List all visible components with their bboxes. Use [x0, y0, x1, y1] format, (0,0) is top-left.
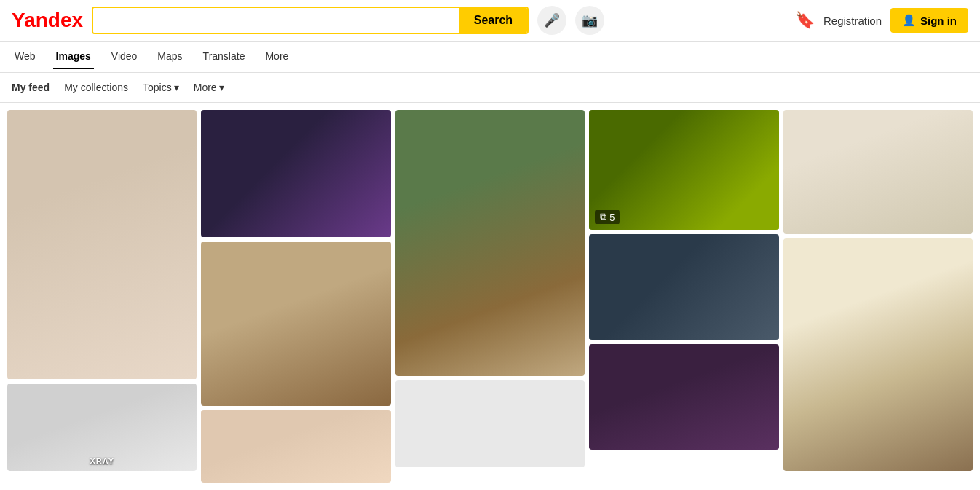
image-kitchen[interactable] — [783, 110, 973, 234]
microphone-icon: 🎤 — [544, 12, 560, 28]
sub-nav-collections[interactable]: My collections — [64, 79, 128, 96]
header-right: 🔖 Registration 👤 Sign in — [795, 8, 968, 33]
image-grid: XRAY ⧉ 5 — [0, 103, 980, 490]
nav-video[interactable]: Video — [108, 44, 141, 69]
main-nav: Web Images Video Maps Translate More — [0, 42, 980, 73]
image-motorcycle[interactable] — [589, 234, 778, 340]
logo[interactable]: Yandex — [12, 9, 83, 32]
nav-translate[interactable]: Translate — [200, 44, 248, 69]
nav-web[interactable]: Web — [12, 44, 39, 69]
image-nails[interactable] — [589, 344, 778, 450]
sub-nav-more[interactable]: More ▾ — [194, 79, 224, 96]
camera-icon: 📷 — [582, 12, 598, 28]
sub-nav: My feed My collections Topics ▾ More ▾ — [0, 73, 980, 103]
search-bar: Search — [92, 7, 529, 34]
logo-y: Y — [12, 9, 24, 31]
image-green-car[interactable]: ⧉ 5 — [589, 110, 778, 230]
camera-button[interactable]: 📷 — [575, 6, 604, 35]
search-input[interactable] — [93, 8, 459, 33]
grid-column-3 — [395, 110, 585, 467]
grid-column-1: XRAY — [7, 110, 197, 471]
image-porch[interactable] — [395, 110, 585, 376]
nav-images[interactable]: Images — [53, 44, 94, 69]
image-white-car[interactable]: XRAY — [7, 384, 197, 471]
nav-more[interactable]: More — [262, 44, 291, 69]
microphone-button[interactable]: 🎤 — [537, 6, 566, 35]
search-button[interactable]: Search — [459, 8, 527, 33]
car-label: XRAY — [90, 457, 114, 465]
badge-count: 5 — [609, 212, 615, 223]
image-person2[interactable] — [201, 410, 390, 483]
nav-maps[interactable]: Maps — [154, 44, 185, 69]
grid-column-5 — [783, 110, 973, 471]
sub-nav-topics[interactable]: Topics ▾ — [143, 79, 179, 96]
image-hallway[interactable] — [201, 242, 390, 406]
registration-button[interactable]: Registration — [823, 15, 882, 27]
sub-nav-feed[interactable]: My feed — [12, 79, 50, 96]
grid-column-4: ⧉ 5 — [589, 110, 778, 450]
user-icon: 👤 — [902, 14, 916, 27]
image-purple-car[interactable] — [201, 110, 390, 237]
grid-column-2 — [201, 110, 390, 483]
bookmark-icon[interactable]: 🔖 — [795, 11, 815, 30]
image-bride[interactable] — [7, 110, 197, 379]
image-tree-room[interactable] — [783, 238, 973, 471]
chevron-down-icon: ▾ — [174, 82, 179, 93]
signin-button[interactable]: 👤 Sign in — [890, 8, 968, 33]
logo-andex: andex — [24, 9, 83, 31]
copy-icon: ⧉ — [600, 211, 606, 223]
header: Yandex Search 🎤 📷 🔖 Registration 👤 Sign … — [0, 0, 980, 42]
image-blank[interactable] — [395, 380, 585, 467]
chevron-down-icon-2: ▾ — [219, 82, 224, 93]
image-count-badge: ⧉ 5 — [595, 210, 620, 224]
signin-label: Sign in — [920, 15, 957, 27]
